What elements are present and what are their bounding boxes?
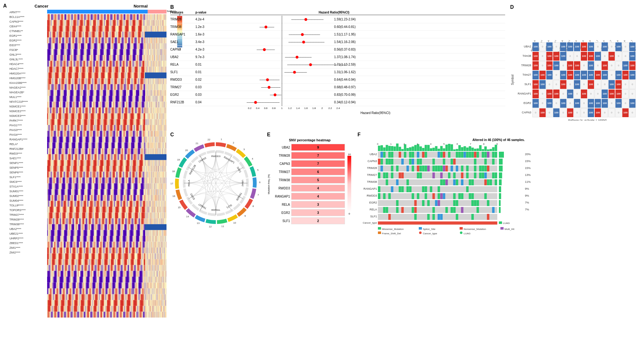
heatmap-area: Subtype 2 -2: [47, 10, 166, 318]
scale-top: 10: [348, 153, 351, 156]
gene-label: NSMCE2****: [9, 109, 47, 113]
ci-line: [261, 87, 281, 88]
ref-line: [282, 68, 282, 76]
axis-tick: 2: [319, 107, 325, 110]
hr-value: 1.37(1.08-1.74): [318, 55, 356, 59]
panel-a-label: A: [3, 3, 7, 9]
ci-line: [291, 19, 324, 20]
gene-label: ZMI1****: [9, 245, 47, 250]
snv-y-label: Mutation freq. (%): [268, 174, 270, 194]
panel-b-label: B: [170, 4, 174, 10]
panel-d: D: [509, 3, 641, 129]
gene-label: KIAA1586****: [9, 80, 47, 85]
forest-row: CAPN3 4.2e-3 0.56(0.37-0.83): [170, 46, 505, 53]
gene-name: TRIM38: [170, 25, 195, 29]
snv-cell: 7: [291, 160, 345, 167]
gene-name: TRIM28: [170, 18, 195, 21]
gene-label: TRIM38****: [9, 222, 47, 226]
forest-plot-row: [217, 23, 318, 31]
gene-label: PIAS1****: [9, 123, 47, 128]
snv-row: SLF1 2: [271, 217, 345, 225]
forest-plot-row: [217, 91, 318, 99]
forest-plot-row: [217, 38, 318, 46]
snv-value: 4: [317, 187, 319, 190]
forest-plot-row: [217, 16, 318, 23]
axis-tick: 0.6: [263, 107, 268, 110]
p-value: 1.2e-3: [195, 25, 217, 29]
gene-label: MAGEA2B*: [9, 90, 47, 95]
normal-bar: [148, 10, 166, 14]
p-value: 0.01: [195, 70, 217, 74]
hr-value: 0.64(0.44-0.94): [318, 78, 356, 81]
gene-label: ZMI2****: [9, 250, 47, 255]
top-row: B Features p-value Hazard Ratio(95%CI) T…: [169, 3, 641, 129]
ci-line: [247, 102, 280, 103]
snv-cell: 4: [291, 185, 345, 192]
hazard-dot: [274, 93, 276, 96]
p-value: 4.2e-3: [195, 48, 217, 51]
gene-label: CTNNB1**: [9, 29, 47, 33]
snv-gene-label: EGR2: [271, 211, 291, 215]
panel-c-label: C: [170, 132, 174, 137]
axis-tick: 1.2: [287, 107, 292, 110]
axis-tick: 1.6: [303, 107, 308, 110]
forest-row: RNF212B 0.04 0.34(0.12-0.94): [170, 99, 505, 106]
onco-title: Altered in 46 (100%) of 46 samples.: [357, 138, 640, 142]
hazard-dot: [296, 56, 298, 58]
hazard-dot: [302, 41, 305, 43]
axis-tick: 2.4: [336, 107, 341, 110]
forest-plot-row: [217, 31, 318, 38]
gene-label: ZBED1****: [9, 241, 47, 245]
p-value: 4.2e-4: [195, 18, 217, 21]
gene-label: RWD3****: [9, 151, 47, 156]
gene-label: TOLLIP****: [9, 203, 47, 208]
gene-label: HMG20B****: [9, 76, 47, 80]
gene-name: RANGAP1: [170, 33, 195, 36]
axis-tick: 0.4: [255, 107, 260, 110]
gene-name: UBA2: [170, 55, 195, 59]
snv-gene-label: CAPN3: [271, 162, 291, 166]
ci-line: [285, 57, 311, 57]
snv-gene-label: UBA2: [271, 146, 291, 149]
snv-row: UBA2 9: [271, 143, 345, 151]
snv-value: 7: [317, 162, 319, 166]
normal-label: Normal: [134, 4, 148, 8]
p-value: 3.4e-3: [195, 40, 217, 44]
gene-label: EID3****: [9, 43, 47, 47]
gene-label: NFATC21P****: [9, 99, 47, 104]
hr-value: 0.56(0.37-0.83): [318, 48, 356, 51]
ref-line: [282, 76, 282, 84]
snv-scale: 10 0: [346, 143, 352, 225]
snv-row: CAPN3 7: [271, 160, 345, 168]
panel-a: A Cancer Normal ARNT***BCL11A****CAPN3**…: [3, 3, 166, 356]
ref-line: [282, 38, 282, 46]
snv-row: TRIM27 6: [271, 168, 345, 176]
gene-label: UHRP2****: [9, 236, 47, 241]
ci-line: [288, 42, 325, 42]
ref-line: [282, 46, 282, 53]
gene-label: MUL1****: [9, 95, 47, 99]
gene-label: SUM01****: [9, 189, 47, 193]
axis-tick: 0.8: [271, 107, 276, 110]
p-value: 1.6e-3: [195, 33, 217, 36]
snv-gene-label: RANGAP1: [271, 195, 291, 198]
forest-plot-row: [217, 53, 318, 61]
gene-label: FSCB*: [9, 47, 47, 52]
ref-line: [282, 23, 282, 31]
snv-value: 3: [317, 211, 319, 215]
forest-row: TRIM27 0.03 0.68(0.48-0.97): [170, 84, 505, 91]
ci-line: [257, 50, 275, 50]
gene-label: RELA*: [9, 142, 47, 146]
gene-label: SAE1****: [9, 156, 47, 160]
circos-canvas: [170, 138, 261, 229]
col-features: Features: [170, 11, 195, 14]
gene-label: TRIM28****: [9, 217, 47, 222]
forest-row: RWDD3 0.02 0.64(0.44-0.94): [170, 76, 505, 84]
axis-tick: 1: [279, 107, 284, 110]
ref-line: [282, 61, 282, 68]
forest-plot-row: [217, 99, 318, 106]
gene-label: EGR2****: [9, 38, 47, 43]
hr-value: 0.34(0.12-0.94): [318, 101, 356, 104]
scale-zero: 0: [349, 212, 350, 215]
hr-axis-label: Hazard Ratio(95%CI): [246, 111, 505, 115]
